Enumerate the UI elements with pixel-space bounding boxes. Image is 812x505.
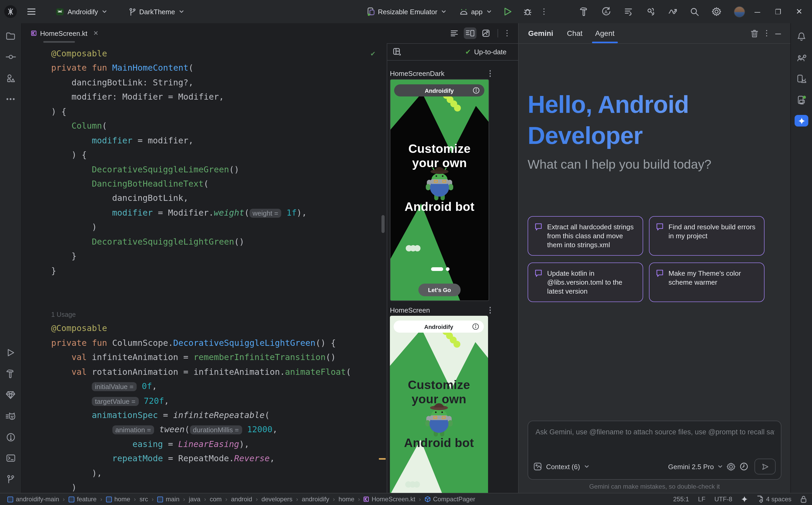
resource-manager-tool-button[interactable] xyxy=(3,70,18,86)
history-icon[interactable] xyxy=(740,462,748,471)
breadcrumb-item[interactable]: java xyxy=(189,496,201,503)
logcat-button[interactable] xyxy=(624,7,633,16)
design-view-button[interactable] xyxy=(479,27,492,39)
code-line[interactable]: private fun ColumnScope.DecorativeSquigg… xyxy=(51,336,387,350)
tab-agent[interactable]: Agent xyxy=(595,23,614,43)
suggestion-card[interactable]: Extract all hardcoded strings from this … xyxy=(528,216,643,256)
inspection-status-icon[interactable]: ✔ xyxy=(371,49,375,57)
project-selector[interactable]: Androidify xyxy=(51,5,111,18)
breadcrumb-item[interactable]: main xyxy=(157,496,180,503)
breadcrumb[interactable]: androidify-main›feature›home›src›main›ja… xyxy=(7,496,475,503)
breadcrumb-item[interactable]: com xyxy=(210,496,222,503)
code-editor[interactable]: @Composableprivate fun MainHomeContent(d… xyxy=(22,43,387,493)
code-line[interactable]: modifier: Modifier = Modifier, xyxy=(51,90,387,105)
code-line[interactable]: ), xyxy=(51,466,387,480)
code-line[interactable]: } xyxy=(51,263,387,278)
preview-homescreen[interactable]: Customize your own Android bot xyxy=(390,316,488,493)
minimize-window-button[interactable]: ─ xyxy=(755,7,760,16)
code-line[interactable]: targetValue = 720f, xyxy=(51,393,387,408)
main-menu-button[interactable] xyxy=(23,6,39,17)
code-line[interactable]: dancingBotLink, xyxy=(51,191,387,206)
suggestion-card[interactable]: Find and resolve build errors in my proj… xyxy=(649,216,765,256)
file-encoding[interactable]: UTF-8 xyxy=(714,496,732,503)
preview-menu-icon[interactable] xyxy=(489,70,491,77)
code-line[interactable]: } xyxy=(51,249,387,263)
caret-position[interactable]: 255:1 xyxy=(673,496,689,503)
restore-window-button[interactable]: ❐ xyxy=(775,8,781,16)
hide-panel-icon[interactable]: ─ xyxy=(775,29,781,38)
breadcrumb-item[interactable]: androidify-main xyxy=(7,496,59,503)
code-line[interactable] xyxy=(51,292,387,307)
code-line[interactable]: @Composable xyxy=(51,46,387,61)
split-view-button[interactable] xyxy=(464,27,476,39)
breadcrumb-item[interactable]: HomeScreen.kt xyxy=(364,496,415,503)
info-icon[interactable] xyxy=(472,323,479,330)
tab-homescreen-kt[interactable]: HomeScreen.kt ✕ xyxy=(26,23,104,43)
problems-tool-button[interactable] xyxy=(3,430,18,444)
tabstrip-scrollbar[interactable] xyxy=(43,41,75,43)
more-tool-windows-button[interactable] xyxy=(3,92,18,107)
device-manager-button[interactable] xyxy=(794,71,809,86)
code-view-button[interactable] xyxy=(448,27,460,39)
terminal-tool-button[interactable] xyxy=(3,451,18,466)
code-line[interactable]: DecorativeSquiggleLightGreen() xyxy=(51,234,387,249)
breadcrumb-item[interactable]: home xyxy=(338,496,354,503)
breadcrumb-item[interactable]: feature xyxy=(68,496,97,503)
breadcrumb-item[interactable]: developers xyxy=(261,496,292,503)
notifications-button[interactable] xyxy=(794,29,809,44)
code-line[interactable]: animationSpec = infiniteRepeatable( xyxy=(51,408,387,423)
preview-menu-icon[interactable] xyxy=(489,307,491,314)
send-button[interactable] xyxy=(755,459,776,474)
project-tool-button[interactable] xyxy=(3,28,18,43)
code-line[interactable]: val rotationAnimation = infiniteAnimatio… xyxy=(51,364,387,379)
tab-chat[interactable]: Chat xyxy=(567,23,582,43)
suggestion-card[interactable]: Make my Theme's color scheme warmer xyxy=(649,263,765,302)
search-everywhere-button[interactable] xyxy=(690,7,699,16)
app-quality-insights-tool-button[interactable] xyxy=(3,387,18,402)
user-avatar[interactable] xyxy=(734,6,745,17)
preview-homescreendark[interactable]: Customize your own Android bot xyxy=(390,79,489,301)
settings-button[interactable] xyxy=(712,7,721,16)
run-configuration-selector[interactable]: app xyxy=(455,6,495,18)
code-line[interactable]: ) xyxy=(51,220,387,234)
breadcrumb-item[interactable]: CompactPager xyxy=(425,496,475,503)
breadcrumb-item[interactable]: src xyxy=(139,496,148,503)
close-window-button[interactable]: ✕ xyxy=(796,7,803,16)
code-line[interactable]: DancingBotHeadlineText( xyxy=(51,177,387,191)
code-line[interactable]: ) { xyxy=(51,105,387,119)
code-line[interactable]: modifier = Modifier.weight(weight = 1f), xyxy=(51,206,387,220)
model-selector[interactable]: Gemini 2.5 Pro xyxy=(668,463,722,471)
code-line[interactable]: ) xyxy=(51,480,387,493)
commit-tool-button[interactable] xyxy=(3,49,18,64)
branch-selector[interactable]: DarkTheme xyxy=(124,6,188,18)
code-line[interactable]: DecorativeSquiggleLimeGreen() xyxy=(51,162,387,177)
app-inspection-button[interactable] xyxy=(646,7,655,16)
preview-layout-icon[interactable] xyxy=(393,48,401,56)
indent-setting[interactable]: 4 spaces xyxy=(757,496,791,503)
code-line[interactable]: val infiniteAnimation = rememberInfinite… xyxy=(51,350,387,364)
breadcrumb-item[interactable]: android xyxy=(231,496,252,503)
gradle-button[interactable] xyxy=(794,50,809,65)
code-line[interactable]: private fun MainHomeContent( xyxy=(51,61,387,75)
lock-icon[interactable] xyxy=(800,496,807,503)
gemini-prompt-input[interactable] xyxy=(535,426,776,438)
code-line[interactable]: easing = LinearEasing), xyxy=(51,437,387,452)
code-line[interactable]: 1 Usage xyxy=(51,307,387,321)
attach-image-icon[interactable] xyxy=(534,462,542,471)
run-tool-button[interactable] xyxy=(3,345,18,360)
code-line[interactable]: dancingBotLink: String?, xyxy=(51,75,387,90)
debug-button[interactable] xyxy=(520,7,535,16)
tab-close-icon[interactable]: ✕ xyxy=(93,29,98,37)
build-button[interactable] xyxy=(579,7,589,16)
run-button[interactable] xyxy=(500,7,515,16)
gemini-options-icon[interactable] xyxy=(766,30,768,37)
breadcrumb-item[interactable]: androidify xyxy=(302,496,329,503)
lets-go-button[interactable]: Let's Go xyxy=(419,284,461,296)
gemini-rail-button[interactable] xyxy=(794,113,809,128)
code-line[interactable]: repeatMode = RepeatMode.Reverse, xyxy=(51,452,387,466)
clear-chat-icon[interactable] xyxy=(751,29,758,37)
editor-scrollbar[interactable] xyxy=(381,215,385,233)
build-tool-button[interactable] xyxy=(3,366,18,381)
gemini-prompt-box[interactable]: Context (6) Gemini 2.5 Pro xyxy=(528,420,781,480)
line-ending[interactable]: LF xyxy=(698,496,705,503)
